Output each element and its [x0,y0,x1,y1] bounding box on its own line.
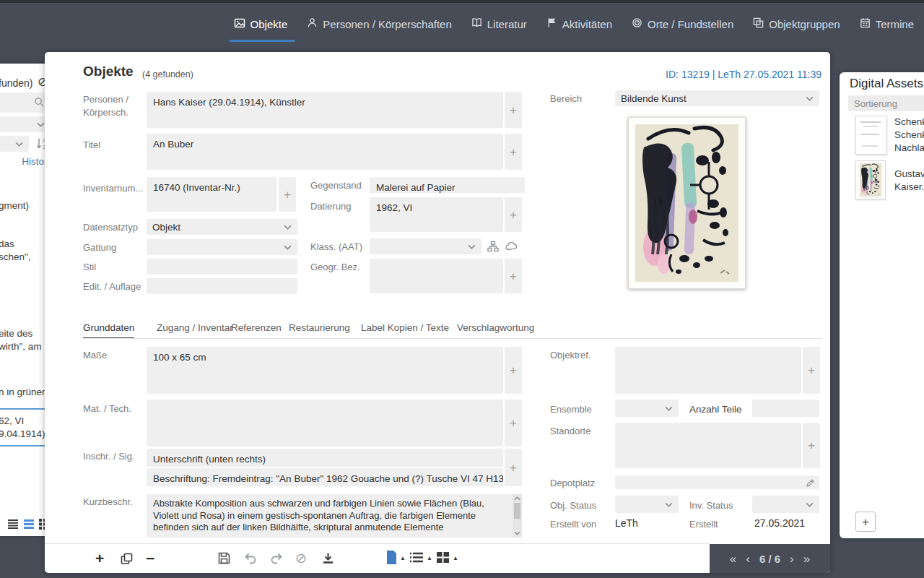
tab-referenzen[interactable]: Referenzen [231,322,282,337]
standorte-field[interactable] [615,423,801,468]
inschr-sig-row[interactable]: Unterschrift (unten rechts) [147,449,503,467]
obj-status-select[interactable] [615,496,679,513]
add-geogr-bez-button[interactable]: + [505,259,522,293]
nav-item-aktivitaeten[interactable]: Aktivitäten [546,17,612,30]
nav-item-orte[interactable]: Orte / Fundstellen [632,17,733,30]
add-record-button[interactable]: + [95,551,104,566]
nav-item-literatur[interactable]: Literatur [471,17,527,30]
last-page-button[interactable]: » [803,553,810,565]
result-item-fragment[interactable]: das [0,238,14,249]
nav-item-objekte[interactable]: Objekte [234,17,288,31]
duplicate-record-button[interactable] [121,553,133,568]
add-standorte-button[interactable]: + [803,423,820,468]
tab-zugang-inventar[interactable]: Zugang / Inventar [157,322,233,337]
inschr-sig-row[interactable]: Beschriftung: Fremdeintrag: "An Buber" 1… [147,468,503,486]
caret-up-icon[interactable]: ▲ [427,556,432,561]
redo-icon[interactable] [270,552,283,567]
nav-item-personen[interactable]: Personen / Körperschaften [307,17,451,30]
klass-aat-select[interactable] [370,238,481,254]
kurzbeschr-scrollbar[interactable] [513,494,522,538]
add-datierung-button[interactable]: + [505,197,522,232]
kurzbeschr-field[interactable]: Abstrakte Komposition aus schwarzen und … [147,494,513,538]
asset-item-caption[interactable]: Gustav_ Kaiser.J [894,168,924,194]
chevron-down-icon [37,122,45,127]
grid-view-icon[interactable] [437,552,449,566]
add-inschr-sig-button[interactable]: + [505,449,522,486]
caret-up-icon[interactable]: ▲ [453,556,458,561]
edit-auflage-field[interactable] [147,278,297,294]
view-detail-list-icon[interactable] [23,519,35,532]
result-count-fragment: funden) [0,77,32,89]
prev-page-button[interactable]: ‹ [746,553,750,565]
sidebar-filter-select[interactable] [0,116,51,132]
stil-field[interactable] [147,259,297,275]
tab-verschlagwortung[interactable]: Verschlagwortung [457,322,534,337]
download-icon[interactable] [322,552,334,567]
artwork-image[interactable] [628,117,746,289]
inventarnummer-field[interactable]: 16740 (Inventar-Nr.) [147,177,276,212]
gattung-select[interactable] [147,239,297,255]
nav-item-label: Objektgruppen [769,18,840,30]
asset-item-caption[interactable]: Schenk Schenk Nachlas [894,116,924,155]
anzahl-teile-field[interactable] [752,400,819,417]
view-list-icon[interactable] [7,519,19,532]
objektref-field[interactable] [615,347,801,394]
titel-field[interactable]: An Buber [147,134,503,170]
mat-tech-field[interactable] [147,400,503,447]
depotplatz-field[interactable] [615,475,819,489]
inv-status-select[interactable] [752,496,819,513]
nav-item-termine[interactable]: Termine [860,17,914,30]
add-objektref-button[interactable]: + [803,347,820,394]
undo-icon[interactable] [244,552,257,567]
remove-record-button[interactable]: − [146,551,154,566]
search-input[interactable] [0,92,51,113]
next-page-button[interactable]: › [790,553,794,565]
add-titel-button[interactable]: + [505,134,522,170]
hierarchy-icon[interactable] [487,241,499,255]
nav-item-objektgruppen[interactable]: Objektgruppen [753,17,840,30]
add-mat-tech-button[interactable]: + [505,400,522,447]
record-id-meta: ID: 13219 | LeTh 27.05.2021 11:39 [666,69,821,80]
list-view-icon[interactable] [410,552,423,566]
add-masse-button[interactable]: + [505,347,522,394]
tabs-divider [83,338,822,339]
scrollbar-thumb[interactable] [514,503,520,519]
result-item-fragment[interactable]: n in grünem [0,387,50,397]
tab-restaurierung[interactable]: Restaurierung [289,322,350,337]
chevron-down-icon [806,502,814,507]
tab-label-kopien-texte[interactable]: Label Kopien / Texte [361,322,449,337]
result-item-fragment[interactable]: gment) [0,200,29,211]
save-button[interactable] [218,552,230,567]
add-person-button[interactable]: + [505,92,522,128]
asset-thumbnail-document[interactable] [855,116,887,155]
gegenstand-field[interactable]: Malerei auf Papier [370,177,525,193]
ensemble-select[interactable] [615,400,679,417]
geogr-bez-field[interactable] [370,259,503,293]
datensatztyp-select[interactable]: Objekt [147,219,297,235]
caret-up-icon[interactable]: ▲ [400,556,406,561]
sort-header[interactable]: Sortierung [848,95,924,111]
sidebar-sort-select[interactable] [0,136,29,152]
datierung-field[interactable]: 1962, VI [370,197,503,232]
scroll-up-icon[interactable] [514,496,520,501]
result-item-fragment[interactable]: schen", [0,251,31,262]
cancel-icon[interactable]: ⊘ [295,551,307,565]
document-view-icon[interactable] [386,551,397,567]
result-item-fragment[interactable]: wirth", am [0,341,42,352]
add-inventarnummer-button[interactable]: + [279,177,296,212]
field-label: Mat. / Tech. [83,403,131,414]
add-asset-button[interactable]: + [855,512,876,532]
nav-item-label: Personen / Körperschaften [323,18,451,30]
masse-field[interactable]: 100 x 65 cm [147,347,503,394]
scroll-down-icon[interactable] [514,531,520,535]
personen-field[interactable]: Hans Kaiser (29.04.1914), Künstler [147,92,503,128]
bereich-select[interactable]: Bildende Kunst [615,90,819,106]
asset-thumbnail-artwork[interactable] [855,160,886,199]
plus-icon: + [510,270,517,282]
tab-grunddaten[interactable]: Grunddaten [83,322,134,339]
cloud-icon[interactable] [505,241,518,255]
first-page-button[interactable]: « [730,553,736,565]
field-label: Klass. (AAT) [310,241,362,252]
pencil-icon[interactable] [806,478,815,489]
result-item-fragment[interactable]: eite des [0,328,32,339]
